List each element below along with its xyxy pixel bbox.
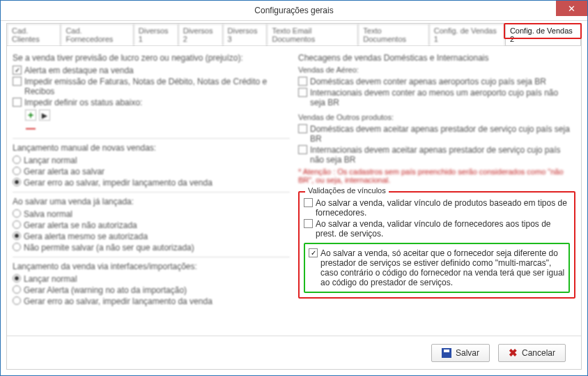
aereo-header: Vendas de Aéreo: — [298, 66, 575, 74]
radio-novas-2[interactable] — [13, 178, 21, 186]
import-header: Lançamento da venda via interfaces/impor… — [13, 262, 290, 271]
close-button[interactable]: ✕ — [556, 1, 587, 16]
caret-icon[interactable]: ▶ — [39, 110, 50, 121]
checkbox-aereo-2[interactable] — [298, 88, 307, 97]
checkbox-impedir-status[interactable] — [13, 98, 22, 107]
label-outros-2: Internacionais devem aceitar apenas pres… — [310, 145, 575, 165]
tab-texto-email-documentos[interactable]: Texto Email Documentos — [267, 24, 358, 45]
radio-salvar-1[interactable] — [13, 220, 21, 229]
cancel-button[interactable]: ✖ Cancelar — [498, 344, 566, 362]
tabs-row: Cad. Clientes Cad. Fornecedores Diversos… — [7, 24, 581, 46]
radio-novas-0[interactable] — [13, 156, 21, 164]
label-multi-marcas: Ao salvar a venda, só aceitar que o forn… — [320, 248, 565, 287]
footer: Salvar ✖ Cancelar — [7, 336, 581, 369]
outros-header: Vendas de Outros produtos: — [298, 113, 575, 121]
salvar-venda-header: Ao salvar uma venda já lançada: — [13, 197, 290, 206]
novas-vendas-header: Lançamento manual de novas vendas: — [13, 143, 290, 153]
titlebar: Configurações gerais ✕ — [1, 1, 587, 21]
radio-novas-1[interactable] — [13, 167, 21, 175]
left-panel: Se a venda tiver previsão de lucro zero … — [13, 50, 294, 343]
window-title: Configurações gerais — [254, 6, 333, 15]
checkbox-alerta-destaque[interactable]: ✓ — [13, 66, 22, 75]
checagens-header: Checagens de vendas Domésticas e Interna… — [298, 53, 575, 63]
label-impedir-emissao: Impedir emissão de Faturas, Notas de Déb… — [24, 77, 290, 96]
label-salvar-1: Gerar alerta se não autorizada — [24, 220, 137, 230]
attention-text: * Atenção : Os cadastros sem país preenc… — [298, 167, 575, 184]
radio-import-0[interactable] — [13, 274, 21, 283]
validacoes-vinculos-group: Validações de vínculos Ao salvar a venda… — [298, 191, 575, 299]
label-import-1: Gerar Alerta (warning no ato da importaç… — [24, 285, 187, 295]
tab-diversos-3[interactable]: Diversos 3 — [223, 24, 268, 45]
label-aereo-2: Internacionais devem conter ao menos um … — [310, 88, 575, 107]
radio-import-2[interactable] — [13, 296, 21, 305]
checkbox-multi-marcas[interactable]: ✓ — [309, 248, 318, 257]
radio-salvar-3[interactable] — [13, 243, 21, 251]
label-novas-1: Gerar alerta ao salvar — [24, 167, 105, 176]
label-aereo-1: Domésticas devem conter apenas aeroporto… — [310, 77, 546, 87]
multi-marcas-highlight: ✓ Ao salvar a venda, só aceitar que o fo… — [304, 243, 570, 293]
content-frame: Cad. Clientes Cad. Fornecedores Diversos… — [6, 23, 582, 370]
label-novas-2: Gerar erro ao salvar, impedir lançamento… — [24, 178, 212, 188]
tab-cad-clientes[interactable]: Cad. Clientes — [7, 24, 61, 45]
add-row-icon[interactable]: + — [25, 110, 36, 121]
label-alerta-destaque: Alerta em destaque na venda — [24, 66, 134, 75]
checkbox-outros-1[interactable] — [298, 124, 307, 133]
label-import-0: Lançar normal — [24, 274, 77, 284]
validacoes-legend: Validações de vínculos — [305, 186, 389, 195]
label-outros-1: Domésticas devem aceitar apenas prestado… — [310, 124, 575, 144]
radio-salvar-0[interactable] — [13, 209, 21, 218]
radio-import-1[interactable] — [13, 285, 21, 294]
checkbox-impedir-emissao[interactable] — [13, 77, 22, 86]
label-salvar-2: Gera alerta mesmo se autorizada — [24, 232, 148, 241]
tab-config-vendas-2[interactable]: Config. de Vendas 2 — [505, 24, 581, 45]
tab-cad-fornecedores[interactable]: Cad. Fornecedores — [61, 24, 133, 45]
checkbox-outros-2[interactable] — [298, 145, 307, 154]
tab-diversos-1[interactable]: Diversos 1 — [134, 24, 178, 45]
label-salvar-0: Salva normal — [24, 209, 72, 219]
checkbox-aereo-1[interactable] — [298, 77, 307, 86]
tab-config-vendas-1[interactable]: Config. de Vendas 1 — [429, 24, 505, 45]
radio-salvar-2[interactable] — [13, 232, 21, 240]
zero-profit-header: Se a venda tiver previsão de lucro zero … — [13, 53, 290, 63]
cancel-label: Cancelar — [522, 348, 555, 358]
cancel-icon: ✖ — [509, 347, 518, 358]
checkbox-validar-fornecedores[interactable] — [304, 219, 313, 228]
remove-row-icon[interactable]: — — [25, 123, 36, 134]
label-validar-fornecedores: Ao salvar a venda, validar vínculo de fo… — [316, 219, 570, 239]
label-impedir-status: Impedir definir os status abaixo: — [24, 98, 142, 107]
close-icon: ✕ — [568, 3, 575, 14]
tab-texto-documentos[interactable]: Texto Documentos — [358, 24, 428, 45]
save-icon — [442, 348, 451, 358]
label-validar-produtos: Ao salvar a venda, validar vínculo de pr… — [316, 198, 570, 218]
label-salvar-3: Não permite salvar (a não ser que autori… — [24, 243, 194, 253]
right-panel: Checagens de vendas Domésticas e Interna… — [294, 50, 575, 343]
save-label: Salvar — [456, 348, 479, 358]
save-button[interactable]: Salvar — [431, 344, 490, 362]
label-novas-0: Lançar normal — [24, 156, 77, 165]
settings-dialog: Configurações gerais ✕ Cad. Clientes Cad… — [0, 0, 588, 376]
checkbox-validar-produtos[interactable] — [304, 198, 313, 207]
tab-diversos-2[interactable]: Diversos 2 — [178, 24, 223, 45]
label-import-2: Gerar erro ao salvar, impedir lançamento… — [24, 296, 212, 306]
